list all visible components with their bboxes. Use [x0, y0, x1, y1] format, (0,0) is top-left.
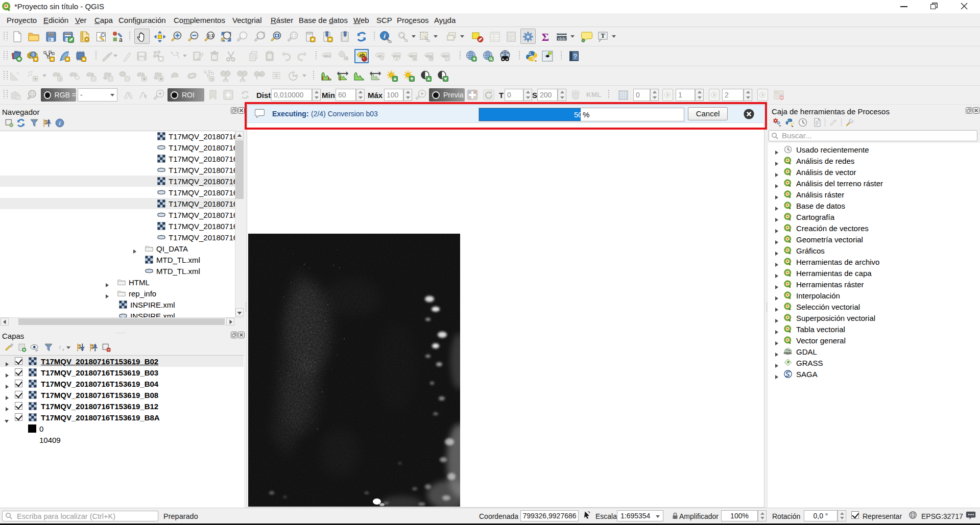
svg-text:i: i: [384, 32, 386, 40]
svg-text:a: a: [119, 36, 123, 43]
svg-text:?: ?: [573, 53, 577, 60]
svg-text:i: i: [59, 120, 60, 126]
svg-text:σ: σ: [144, 93, 147, 98]
svg-text:Σ: Σ: [542, 31, 549, 43]
svg-text:GDAL: GDAL: [784, 352, 793, 355]
svg-text:1:1: 1:1: [207, 33, 214, 38]
svg-text:abc: abc: [324, 54, 331, 58]
svg-text:▼: ▼: [62, 348, 65, 352]
svg-text:T: T: [601, 32, 605, 39]
